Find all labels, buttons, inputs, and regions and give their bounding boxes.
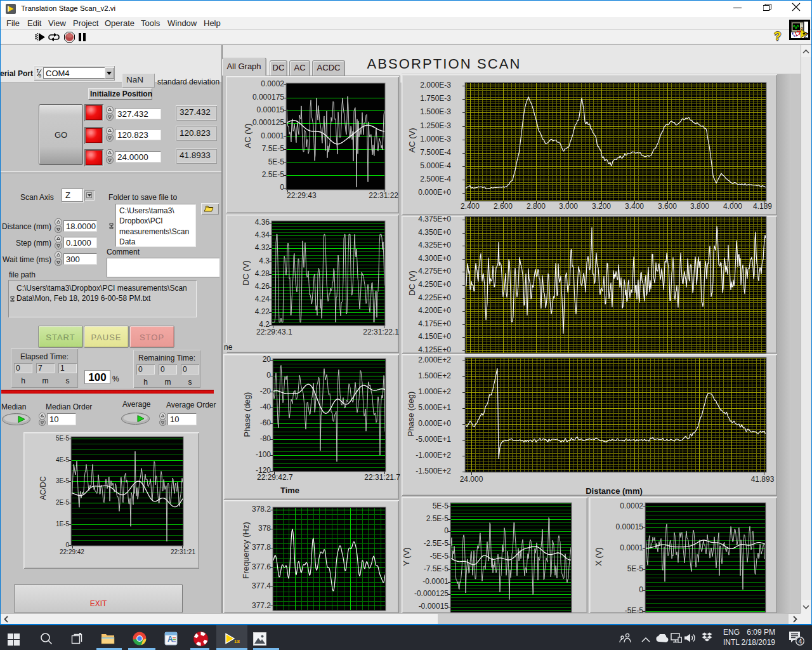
svg-text:4: 4 [799, 637, 802, 645]
svg-text:18: 18 [234, 639, 240, 644]
svg-text:2: 2 [804, 30, 808, 38]
svg-text:A: A [167, 635, 173, 644]
